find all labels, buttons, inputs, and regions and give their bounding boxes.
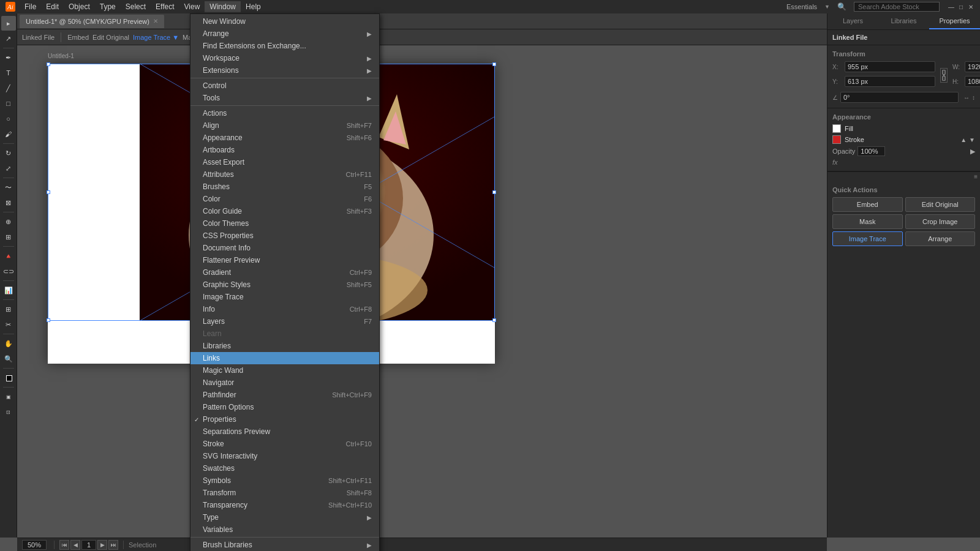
stroke-swatch[interactable] bbox=[832, 135, 841, 144]
tab-libraries[interactable]: Libraries bbox=[878, 13, 929, 29]
menu-magic-wand[interactable]: Magic Wand bbox=[190, 364, 379, 377]
menu-transform[interactable]: Transform Shift+F8 bbox=[190, 487, 379, 499]
menu-align[interactable]: Align Shift+F7 bbox=[190, 119, 379, 132]
menu-links[interactable]: Links bbox=[190, 352, 379, 364]
transform-w-input[interactable] bbox=[965, 61, 980, 72]
qa-mask-btn[interactable]: Mask bbox=[832, 214, 903, 229]
menu-pathfinder[interactable]: Pathfinder Shift+Ctrl+F9 bbox=[190, 389, 379, 401]
menu-asset-export[interactable]: Asset Export bbox=[190, 156, 379, 168]
menu-properties[interactable]: ✓ Properties bbox=[190, 413, 379, 425]
menu-file[interactable]: File bbox=[20, 1, 41, 12]
tool-pen[interactable]: ✒ bbox=[1, 50, 16, 65]
menu-brushes[interactable]: Brushes F5 bbox=[190, 181, 379, 193]
transform-link-icon[interactable] bbox=[940, 68, 948, 83]
handle-ml[interactable] bbox=[47, 190, 50, 194]
flip-h-icon[interactable]: ↔ bbox=[963, 94, 970, 101]
handle-bl[interactable] bbox=[47, 318, 50, 322]
menu-tools[interactable]: Tools ▶ bbox=[190, 92, 379, 104]
menu-document-info[interactable]: Document Info bbox=[190, 242, 379, 254]
menu-attributes[interactable]: Attributes Ctrl+F11 bbox=[190, 168, 379, 181]
fill-swatch[interactable] bbox=[832, 124, 841, 133]
close-button[interactable]: ✕ bbox=[967, 2, 975, 11]
menu-libraries[interactable]: Libraries bbox=[190, 340, 379, 352]
doc-tab[interactable]: Untitled-1* @ 50% (CMYK/GPU Preview) ✕ bbox=[20, 15, 164, 28]
menu-actions[interactable]: Actions bbox=[190, 107, 379, 119]
control-edit-btn[interactable]: Edit Original bbox=[92, 34, 129, 41]
menu-new-window[interactable]: New Window bbox=[190, 15, 379, 28]
menu-swatches[interactable]: Swatches bbox=[190, 462, 379, 474]
tool-pathfinder[interactable]: ⊞ bbox=[1, 230, 16, 244]
tool-draw-modes[interactable]: ▣ bbox=[1, 389, 16, 404]
fx-label[interactable]: fx bbox=[832, 159, 838, 166]
menu-separations-preview[interactable]: Separations Preview bbox=[190, 425, 379, 438]
qa-embed-btn[interactable]: Embed bbox=[832, 197, 903, 212]
menu-color-themes[interactable]: Color Themes bbox=[190, 217, 379, 230]
menu-transparency[interactable]: Transparency Shift+Ctrl+F10 bbox=[190, 499, 379, 511]
tool-blend[interactable]: ⊂⊃ bbox=[1, 264, 16, 279]
opacity-input[interactable] bbox=[858, 146, 885, 156]
handle-tl[interactable] bbox=[47, 62, 50, 66]
transform-x-input[interactable] bbox=[845, 61, 935, 72]
menu-extensions[interactable]: Extensions ▶ bbox=[190, 64, 379, 77]
menu-window[interactable]: Window bbox=[205, 1, 241, 12]
transform-h-input[interactable] bbox=[965, 76, 980, 87]
tool-slice[interactable]: ✂ bbox=[1, 317, 16, 332]
menu-symbols[interactable]: Symbols Shift+Ctrl+F11 bbox=[190, 474, 379, 487]
doc-tab-close[interactable]: ✕ bbox=[153, 18, 158, 24]
menu-pattern-options[interactable]: Pattern Options bbox=[190, 401, 379, 413]
tool-zoom[interactable]: 🔍 bbox=[1, 351, 16, 366]
angle-input[interactable] bbox=[840, 92, 959, 103]
menu-graphic-styles[interactable]: Graphic Styles Shift+F5 bbox=[190, 279, 379, 291]
tool-shape-builder[interactable]: ⊕ bbox=[1, 214, 16, 229]
menu-edit[interactable]: Edit bbox=[41, 1, 64, 12]
qa-arrange-btn[interactable]: Arrange bbox=[905, 231, 976, 246]
tab-properties[interactable]: Properties bbox=[929, 13, 980, 29]
nav-next[interactable]: ▶ bbox=[97, 540, 107, 550]
tool-scale[interactable]: ⤢ bbox=[1, 161, 16, 176]
menu-object[interactable]: Object bbox=[64, 1, 95, 12]
window-dropdown-menu[interactable]: New Window Arrange ▶ Find Extensions on … bbox=[190, 13, 380, 551]
tool-select[interactable]: ▸ bbox=[1, 16, 16, 31]
stroke-down[interactable]: ▼ bbox=[969, 137, 975, 143]
tool-ellipse[interactable]: ○ bbox=[1, 111, 16, 126]
menu-effect[interactable]: Effect bbox=[151, 1, 179, 12]
tab-layers[interactable]: Layers bbox=[827, 13, 878, 29]
tool-fill-stroke[interactable] bbox=[1, 370, 16, 385]
maximize-button[interactable]: □ bbox=[957, 2, 965, 11]
tool-warp[interactable]: 〜 bbox=[1, 180, 16, 195]
minimize-button[interactable]: — bbox=[947, 2, 956, 11]
tool-free-transform[interactable]: ⊠ bbox=[1, 195, 16, 210]
tool-direct-select[interactable]: ↗ bbox=[1, 31, 16, 46]
control-embed-btn[interactable]: Embed bbox=[67, 34, 89, 41]
tool-hand[interactable]: ✋ bbox=[1, 336, 16, 351]
menu-type[interactable]: Type ▶ bbox=[190, 511, 379, 523]
qa-imagetrace-btn[interactable]: Image Trace bbox=[832, 231, 903, 246]
tool-graph[interactable]: 📊 bbox=[1, 283, 16, 298]
menu-color[interactable]: Color F6 bbox=[190, 193, 379, 205]
tool-rotate[interactable]: ↻ bbox=[1, 146, 16, 160]
menu-navigator[interactable]: Navigator bbox=[190, 377, 379, 389]
tool-artboard[interactable]: ⊞ bbox=[1, 302, 16, 317]
tool-line[interactable]: ╱ bbox=[1, 81, 16, 96]
page-input[interactable] bbox=[81, 540, 96, 550]
menu-brush-libraries[interactable]: Brush Libraries ▶ bbox=[190, 539, 379, 551]
menu-variables[interactable]: Variables bbox=[190, 523, 379, 536]
tool-eyedropper[interactable]: 🔺 bbox=[1, 249, 16, 263]
canvas-area[interactable]: Untitled-1 bbox=[17, 45, 827, 538]
nav-first[interactable]: ⏮ bbox=[59, 540, 69, 550]
menu-info[interactable]: Info Ctrl+F8 bbox=[190, 303, 379, 315]
menu-color-guide[interactable]: Color Guide Shift+F3 bbox=[190, 205, 379, 217]
tool-type[interactable]: T bbox=[1, 66, 16, 80]
menu-help[interactable]: Help bbox=[241, 1, 266, 12]
tool-screen-modes[interactable]: ⊡ bbox=[1, 405, 16, 419]
qa-crop-btn[interactable]: Crop Image bbox=[905, 214, 976, 229]
opacity-expand[interactable]: ▶ bbox=[970, 148, 975, 156]
qa-edit-btn[interactable]: Edit Original bbox=[905, 197, 976, 212]
menu-type[interactable]: Type bbox=[95, 1, 121, 12]
menu-flattener-preview[interactable]: Flattener Preview bbox=[190, 254, 379, 266]
nav-prev[interactable]: ◀ bbox=[70, 540, 80, 550]
stroke-up[interactable]: ▲ bbox=[960, 137, 967, 143]
menu-select[interactable]: Select bbox=[121, 1, 151, 12]
control-imagetr-btn[interactable]: Image Trace ▼ bbox=[133, 34, 179, 41]
menu-image-trace[interactable]: Image Trace bbox=[190, 291, 379, 303]
